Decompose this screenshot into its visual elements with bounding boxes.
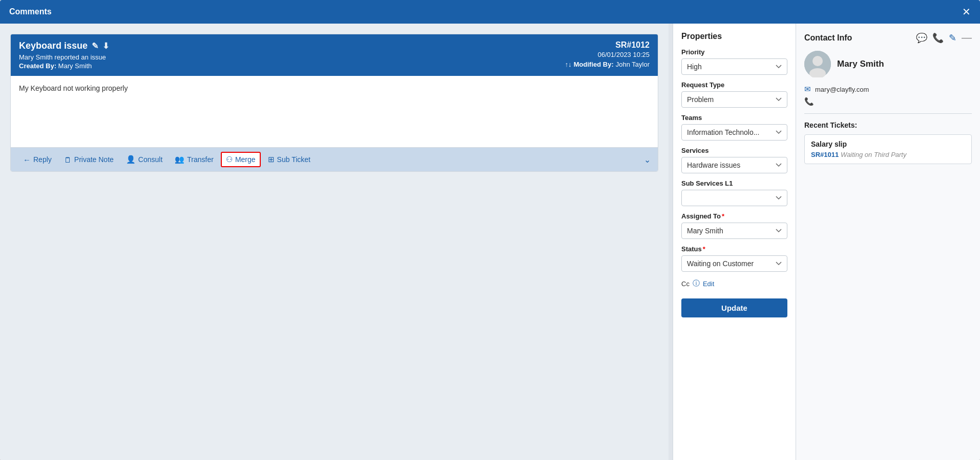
cc-label: Cc	[681, 280, 690, 288]
download-icon[interactable]: ⬇	[102, 41, 109, 51]
contact-action-icons: 💬 📞 ✎ —	[916, 32, 972, 44]
request-type-select-wrapper: Problem Incident Request	[681, 91, 787, 108]
transfer-button[interactable]: 👥 Transfer	[170, 152, 219, 167]
cc-info-icon: ⓘ	[693, 279, 700, 288]
ticket-header: Keyboard issue ✎ ⬇ Mary Smith reported a…	[11, 34, 658, 76]
ticket-reporter: Mary Smith reported an issue	[19, 53, 109, 61]
cc-row: Cc ⓘ Edit	[681, 279, 787, 288]
request-type-label: Request Type	[681, 81, 787, 89]
sub-ticket-icon: ⊞	[268, 155, 275, 164]
contact-email-row: ✉ mary@clayfly.com	[804, 85, 972, 94]
recent-tickets-title: Recent Tickets:	[804, 121, 972, 129]
toolbar-expand-icon[interactable]: ⌄	[644, 155, 651, 165]
properties-title: Properties	[681, 32, 787, 41]
modal-body: Keyboard issue ✎ ⬇ Mary Smith reported a…	[0, 24, 980, 460]
update-button[interactable]: Update	[681, 298, 787, 317]
services-select-wrapper: Hardware issues	[681, 157, 787, 173]
transfer-icon: 👥	[175, 155, 184, 164]
recent-ticket-sr[interactable]: SR#1011	[811, 151, 839, 158]
consult-icon: 👤	[126, 155, 136, 164]
ticket-modified-by: ↑↓ Modified By: John Taylor	[565, 61, 650, 68]
modal-header: Comments ✕	[0, 0, 980, 24]
recent-ticket-status: Waiting on Third Party	[841, 151, 906, 158]
merge-button[interactable]: ⚇ Merge	[221, 152, 261, 167]
private-note-button[interactable]: 🗒 Private Note	[59, 152, 119, 167]
teams-select[interactable]: Information Technolo...	[681, 124, 787, 141]
request-type-select[interactable]: Problem Incident Request	[681, 91, 787, 108]
status-select[interactable]: Waiting on Customer Open Closed	[681, 255, 787, 272]
sub-ticket-button[interactable]: ⊞ Sub Ticket	[263, 152, 316, 167]
ticket-date: 06/01/2023 10:25	[565, 51, 650, 58]
ticket-body: My Keyboard not working properly	[11, 76, 658, 148]
services-label: Services	[681, 147, 787, 154]
contact-panel: Contact Info 💬 📞 ✎ — Mary Smith	[796, 24, 980, 460]
contact-phone-row: 📞	[804, 97, 972, 106]
assigned-to-label: Assigned To*	[681, 212, 787, 220]
panel-divider	[669, 24, 673, 460]
contact-avatar	[804, 51, 831, 77]
priority-select[interactable]: High Medium Low	[681, 58, 787, 75]
services-select[interactable]: Hardware issues	[681, 157, 787, 173]
reply-icon: ←	[23, 155, 31, 164]
recent-ticket-sr-status: SR#1011 Waiting on Third Party	[811, 150, 965, 158]
contact-email: mary@clayfly.com	[815, 86, 869, 93]
note-icon: 🗒	[64, 155, 72, 164]
contact-header: Contact Info 💬 📞 ✎ —	[804, 32, 972, 44]
contact-minus-icon[interactable]: —	[962, 32, 972, 44]
contact-profile: Mary Smith	[804, 51, 972, 77]
email-icon: ✉	[804, 85, 811, 94]
contact-name: Mary Smith	[837, 59, 884, 69]
assigned-to-select[interactable]: Mary Smith	[681, 223, 787, 239]
contact-divider	[804, 113, 972, 114]
consult-button[interactable]: 👤 Consult	[121, 152, 168, 167]
reply-button[interactable]: ← Reply	[18, 152, 57, 167]
assigned-to-select-wrapper: Mary Smith	[681, 223, 787, 239]
status-select-wrapper: Waiting on Customer Open Closed	[681, 255, 787, 272]
contact-edit-icon[interactable]: ✎	[949, 32, 956, 44]
modal-title: Comments	[9, 7, 52, 16]
properties-panel: Properties Priority High Medium Low Requ…	[673, 24, 796, 460]
ticket-sr-number: SR#1012	[565, 41, 650, 50]
contact-info-title: Contact Info	[804, 33, 852, 43]
sub-services-label: Sub Services L1	[681, 179, 787, 187]
contact-phone-icon[interactable]: 📞	[932, 32, 944, 44]
teams-select-wrapper: Information Technolo...	[681, 124, 787, 141]
edit-icon[interactable]: ✎	[92, 41, 98, 51]
svg-point-1	[812, 56, 823, 66]
ticket-toolbar: ← Reply 🗒 Private Note 👤 Consult 👥 Trans…	[11, 148, 658, 171]
cc-edit-link[interactable]: Edit	[703, 280, 714, 288]
modal-close-button[interactable]: ✕	[962, 7, 971, 17]
status-label: Status*	[681, 245, 787, 253]
sub-services-select[interactable]	[681, 190, 787, 206]
recent-ticket-name: Salary slip	[811, 140, 965, 148]
sub-services-select-wrapper	[681, 190, 787, 206]
main-panel: Keyboard issue ✎ ⬇ Mary Smith reported a…	[0, 24, 669, 460]
merge-icon: ⚇	[226, 155, 233, 164]
ticket-title: Keyboard issue ✎ ⬇	[19, 41, 109, 51]
contact-chat-icon[interactable]: 💬	[916, 32, 927, 44]
priority-select-wrapper: High Medium Low	[681, 58, 787, 75]
phone-icon: 📞	[804, 97, 814, 106]
priority-label: Priority	[681, 48, 787, 56]
teams-label: Teams	[681, 114, 787, 122]
ticket-card: Keyboard issue ✎ ⬇ Mary Smith reported a…	[10, 34, 658, 172]
recent-ticket-item: Salary slip SR#1011 Waiting on Third Par…	[804, 134, 972, 164]
ticket-created-by: Created By: Mary Smith	[19, 62, 109, 70]
